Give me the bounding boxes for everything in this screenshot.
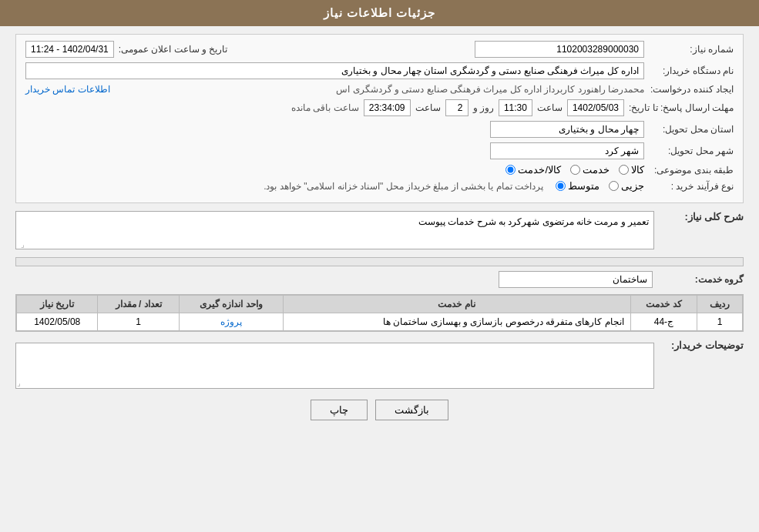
announce-date-value: 1402/04/31 - 11:24 — [25, 41, 114, 58]
remaining-label: ساعت باقى مانده — [291, 102, 359, 113]
resize-corner-icon: ⌟ — [17, 379, 21, 387]
purchase-notice: پرداخت تمام يا بخشى از مبلغ خريداز محل "… — [264, 181, 543, 192]
deadline-remaining: 23:34:09 — [364, 99, 411, 116]
category-kala-khedmat-radio[interactable] — [505, 165, 516, 175]
row-city: شهر محل تحويل: شهر كرد — [25, 142, 734, 159]
cell-service-code: ج-44 — [630, 313, 697, 331]
resize-handle-icon: ⌟ — [17, 240, 25, 248]
purchase-type-radio-group: جزيى متوسط — [556, 180, 644, 192]
province-value: چهار محال و بختيارى — [490, 121, 644, 138]
row-buyer-notes: توضيحات خريدار: ⌟ — [15, 340, 744, 389]
row-need-number: شماره نياز: 1102003289000030 تاريخ و ساع… — [25, 41, 734, 58]
category-label: طبقه بندى موضوعى: — [649, 165, 734, 176]
announce-date-label: تاريخ و ساعت اعلان عمومى: — [119, 44, 228, 55]
deadline-date: 1402/05/03 — [567, 99, 624, 116]
deadline-label: مهلت ارسال پاسخ: تا تاريخ: — [629, 102, 734, 113]
row-category: طبقه بندى موضوعى: كالا خدمت كالا/خدمت — [25, 164, 734, 176]
creator-link[interactable]: اطلاعات تماس خريدار — [25, 84, 110, 95]
print-button[interactable]: چاپ — [311, 400, 368, 420]
col-service-name: نام خدمت — [283, 296, 630, 313]
header-title: جزئيات اطلاعات نياز — [324, 6, 435, 19]
buyer-org-value: اداره كل ميراث فرهنگى صنايع دستى و گردشگ… — [25, 62, 644, 79]
table-row: 1 ج-44 انجام كارهاى متفرقه درخصوص بازساز… — [17, 313, 743, 331]
city-value: شهر كرد — [490, 142, 644, 159]
category-radio-group: كالا خدمت كالا/خدمت — [505, 164, 644, 176]
general-desc-container: تعمير و مرمت خانه مرتضوى شهركرد به شرح خ… — [15, 211, 654, 249]
deadline-days: 2 — [445, 99, 468, 116]
type-motevasset-label: متوسط — [568, 180, 599, 192]
city-label: شهر محل تحويل: — [649, 146, 734, 156]
service-group-value: ساختمان — [499, 271, 653, 288]
service-info-title — [15, 257, 744, 266]
need-number-label: شماره نياز: — [649, 44, 734, 55]
col-unit: واحد اندازه گيرى — [179, 296, 283, 313]
category-option-khedmat: خدمت — [570, 164, 610, 176]
row-buyer-org: نام دستگاه خريدار: اداره كل ميراث فرهنگى… — [25, 62, 734, 79]
deadline-time: 11:30 — [499, 99, 532, 116]
category-kala-label: كالا — [631, 164, 644, 176]
buyer-org-label: نام دستگاه خريدار: — [649, 65, 734, 76]
category-khedmat-radio[interactable] — [570, 165, 580, 175]
category-option-kala: كالا — [619, 164, 644, 176]
col-row-num: رديف — [697, 296, 743, 313]
days-label: روز و — [473, 102, 494, 113]
type-jozii-label: جزيى — [621, 180, 644, 192]
buyer-notes-container: ⌟ — [15, 340, 654, 389]
cell-unit: پروژه — [179, 313, 283, 331]
province-label: استان محل تحويل: — [649, 124, 734, 135]
row-service-group: گروه خدمت: ساختمان — [15, 271, 744, 288]
general-desc-label: شرح كلى نياز: — [659, 211, 744, 223]
creator-label: ايجاد كننده درخواست: — [649, 84, 734, 95]
footer-buttons: بازگشت چاپ — [15, 400, 744, 420]
cell-row-num: 1 — [697, 313, 743, 331]
type-jozii-radio[interactable] — [609, 181, 619, 191]
row-creator: ايجاد كننده درخواست: محمدرضا راهنورد كار… — [25, 84, 734, 95]
buyer-notes-label: توضيحات خريدار: — [659, 340, 744, 351]
category-khedmat-label: خدمت — [583, 164, 610, 176]
row-purchase-type: نوع فرآيند خريد : جزيى متوسط پرداخت تمام… — [25, 180, 734, 192]
row-province: استان محل تحويل: چهار محال و بختيارى — [25, 121, 734, 138]
buyer-notes-value — [15, 343, 654, 389]
type-option-motevasset: متوسط — [556, 180, 599, 192]
table-header-row: رديف كد خدمت نام خدمت واحد اندازه گيرى ت… — [17, 296, 743, 313]
service-group-label: گروه خدمت: — [659, 274, 744, 285]
cell-quantity: 1 — [98, 313, 179, 331]
col-date: تاريخ نياز — [17, 296, 98, 313]
row-deadline: مهلت ارسال پاسخ: تا تاريخ: 1402/05/03 سا… — [25, 99, 734, 116]
category-kala-radio[interactable] — [619, 165, 629, 175]
purchase-type-label: نوع فرآيند خريد : — [649, 181, 734, 192]
category-kala-khedmat-label: كالا/خدمت — [518, 164, 561, 176]
hours-label: ساعت — [415, 102, 441, 113]
col-service-code: كد خدمت — [630, 296, 697, 313]
category-option-kala-khedmat: كالا/خدمت — [505, 164, 561, 176]
info-section: شماره نياز: 1102003289000030 تاريخ و ساع… — [15, 34, 744, 203]
time-label: ساعت — [537, 102, 563, 113]
type-option-jozii: جزيى — [609, 180, 644, 192]
row-general-desc: شرح كلى نياز: تعمير و مرمت خانه مرتضوى ش… — [15, 211, 744, 249]
back-button[interactable]: بازگشت — [375, 400, 448, 420]
general-desc-value: تعمير و مرمت خانه مرتضوى شهركرد به شرح خ… — [15, 211, 654, 249]
creator-name: محمدرضا راهنورد كاربرداز اداره كل ميراث … — [115, 84, 644, 95]
cell-date: 1402/05/08 — [17, 313, 98, 331]
type-motevasset-radio[interactable] — [556, 181, 566, 191]
need-number-value: 1102003289000030 — [475, 41, 644, 58]
services-table: رديف كد خدمت نام خدمت واحد اندازه گيرى ت… — [16, 295, 743, 331]
page-header: جزئيات اطلاعات نياز — [0, 0, 759, 26]
col-quantity: تعداد / مقدار — [98, 296, 179, 313]
cell-service-name: انجام كارهاى متفرقه درخصوص بازسازى و بهس… — [283, 313, 630, 331]
services-table-container: رديف كد خدمت نام خدمت واحد اندازه گيرى ت… — [15, 294, 744, 332]
